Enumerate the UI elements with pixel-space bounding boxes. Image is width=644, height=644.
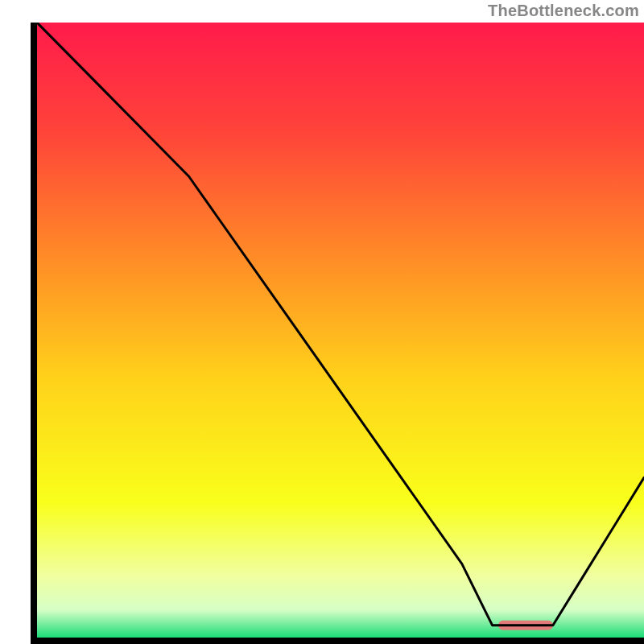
axes-frame <box>31 23 644 644</box>
chart-container: TheBottleneck.com <box>0 0 644 644</box>
watermark-text: TheBottleneck.com <box>488 2 639 20</box>
bottleneck-curve <box>37 23 644 638</box>
plot-area <box>37 23 644 638</box>
